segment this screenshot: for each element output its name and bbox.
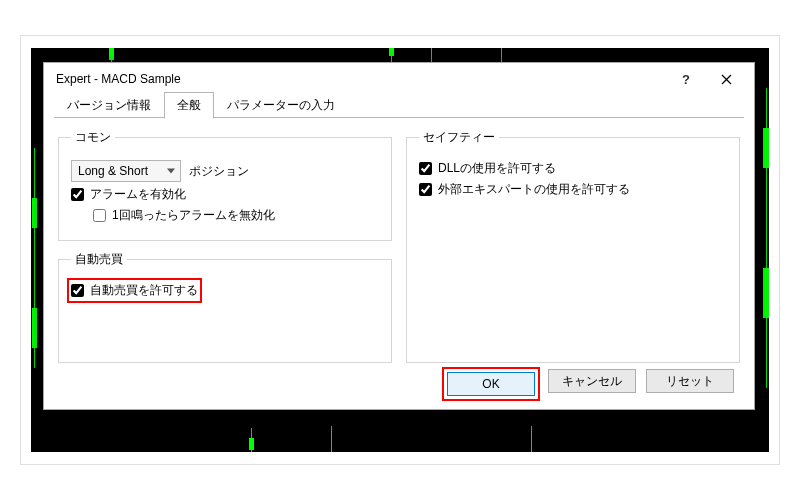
tab-label: パラメーターの入力 [227,98,335,112]
dialog-title: Expert - MACD Sample [56,72,666,86]
autotrade-allow-checkbox[interactable]: 自動売買を許可する [71,282,198,299]
chart-background: Expert - MACD Sample ? バージョン情報 全般 [31,48,769,452]
group-autotrade: 自動売買 自動売買を許可する [58,251,392,363]
alarm-disable-after-one-label: 1回鳴ったらアラームを無効化 [112,207,275,224]
alarm-enable-checkbox[interactable]: アラームを有効化 [71,186,186,203]
row-position: Long & Short ポジション [71,160,379,182]
help-icon: ? [682,72,690,87]
cancel-button[interactable]: キャンセル [548,369,636,393]
allow-dll-checkbox[interactable]: DLLの使用を許可する [419,160,556,177]
group-common: コモン Long & Short ポジション [58,129,392,241]
autotrade-allow-label: 自動売買を許可する [90,282,198,299]
group-safety: セイフティー DLLの使用を許可する 外部エキスパートの使用 [406,129,740,363]
tabstrip: バージョン情報 全般 パラメーターの入力 [44,95,754,119]
right-column: セイフティー DLLの使用を許可する 外部エキスパートの使用 [406,129,740,363]
position-label: ポジション [189,163,249,180]
tab-parameters[interactable]: パラメーターの入力 [214,92,348,118]
group-safety-label: セイフティー [419,129,499,146]
allow-ext-expert-checkbox[interactable]: 外部エキスパートの使用を許可する [419,181,630,198]
alarm-disable-after-one-input[interactable] [93,209,106,222]
expert-dialog: Expert - MACD Sample ? バージョン情報 全般 [43,62,755,410]
chart-candle [763,128,769,168]
tab-version-info[interactable]: バージョン情報 [54,92,164,118]
ok-highlight: OK [444,369,538,399]
columns: コモン Long & Short ポジション [58,129,740,363]
left-column: コモン Long & Short ポジション [58,129,392,363]
reset-button-label: リセット [666,374,714,388]
group-autotrade-label: 自動売買 [71,251,127,268]
reset-button[interactable]: リセット [646,369,734,393]
close-icon [721,74,732,85]
cancel-button-label: キャンセル [562,374,622,388]
autotrade-allow-input[interactable] [71,284,84,297]
ok-button[interactable]: OK [447,372,535,396]
allow-ext-expert-input[interactable] [419,183,432,196]
group-common-label: コモン [71,129,115,146]
row-alarm-enable: アラームを有効化 [71,186,379,203]
row-alarm-disable-after-one: 1回鳴ったらアラームを無効化 [71,207,379,224]
tab-label: バージョン情報 [67,98,151,112]
allow-dll-input[interactable] [419,162,432,175]
row-allow-ext-expert: 外部エキスパートの使用を許可する [419,181,727,198]
chart-candle [109,48,114,60]
chart-candle [32,198,37,228]
chart-candle [249,438,254,450]
chart-candle [389,48,394,56]
close-button[interactable] [706,65,746,93]
help-button[interactable]: ? [666,65,706,93]
chart-candle [32,308,37,348]
chart-candle [763,268,769,318]
ok-button-label: OK [482,377,499,391]
button-row: OK キャンセル リセット [58,363,740,401]
tab-label: 全般 [177,98,201,112]
chart-wick [331,426,332,452]
row-allow-dll: DLLの使用を許可する [419,160,727,177]
position-select-wrap: Long & Short [71,160,181,182]
dialog-client: コモン Long & Short ポジション [44,119,754,409]
outer-frame: Expert - MACD Sample ? バージョン情報 全般 [20,35,780,465]
position-select[interactable]: Long & Short [71,160,181,182]
allow-dll-label: DLLの使用を許可する [438,160,556,177]
alarm-disable-after-one-checkbox[interactable]: 1回鳴ったらアラームを無効化 [93,207,275,224]
row-autotrade-allow: 自動売買を許可する [71,282,379,299]
tab-general[interactable]: 全般 [164,92,214,119]
allow-ext-expert-label: 外部エキスパートの使用を許可する [438,181,630,198]
alarm-enable-input[interactable] [71,188,84,201]
chart-wick [531,426,532,452]
titlebar: Expert - MACD Sample ? [44,63,754,95]
alarm-enable-label: アラームを有効化 [90,186,186,203]
